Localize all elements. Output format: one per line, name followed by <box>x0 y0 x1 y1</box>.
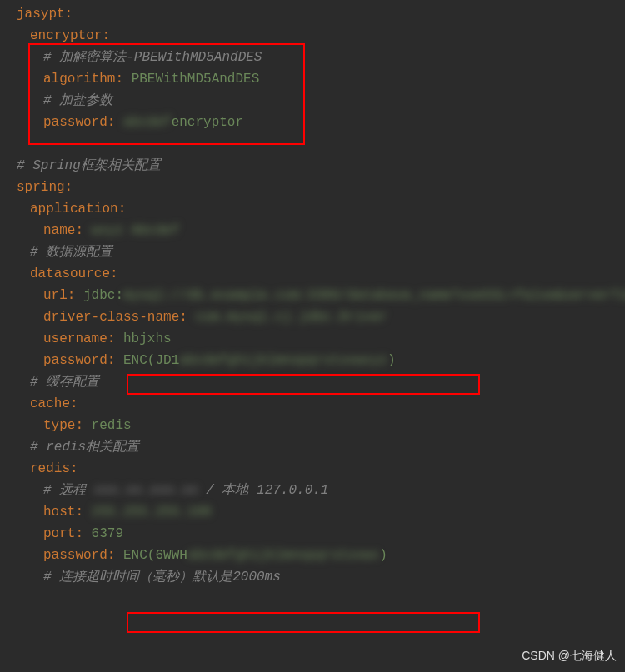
code-line: password: ENC(JD1abcdefghijklmnopqrstuvw… <box>0 350 625 371</box>
blank-line <box>0 133 625 155</box>
code-line: encryptor: <box>0 25 625 47</box>
code-editor[interactable]: jasypt: encryptor: # 加解密算法-PBEWithMD5And… <box>0 0 625 591</box>
code-line: spring: <box>0 177 625 198</box>
blurred-text: com.mysql.cj.jdbc.Driver <box>195 306 387 328</box>
yaml-key: algorithm <box>43 72 115 87</box>
yaml-comment: # 远程 <box>43 483 94 498</box>
yaml-key: spring <box>17 180 65 195</box>
code-line: url: jdbc:mysql://db.example.com:3306/da… <box>0 285 625 306</box>
enc-suffix: ) <box>379 548 388 563</box>
code-line: # 加盐参数 <box>0 90 625 112</box>
yaml-comment: # redis相关配置 <box>30 440 139 455</box>
yaml-key: redis <box>30 461 70 476</box>
code-line: cache: <box>0 393 625 415</box>
yaml-key: jasypt <box>17 7 65 22</box>
code-line: password: ENC(6WWHabcdefghijklmnopqrstuv… <box>0 545 625 566</box>
code-line: # 连接超时时间（毫秒）默认是2000ms <box>0 566 625 588</box>
blurred-text: wxyz Abcdef <box>92 220 180 241</box>
yaml-key: datasource <box>30 266 110 281</box>
yaml-key: application <box>30 202 118 217</box>
code-line: driver-class-name: com.mysql.cj.jdbc.Dri… <box>0 306 625 328</box>
code-line: datasource: <box>0 263 625 285</box>
yaml-key: driver-class-name <box>43 310 179 325</box>
code-line: redis: <box>0 458 625 480</box>
code-line: # 缓存配置 <box>0 371 625 393</box>
yaml-value: hbjxhs <box>123 331 172 346</box>
yaml-key: host <box>43 505 75 520</box>
yaml-key: cache <box>30 396 70 411</box>
code-line: password: abcdefencryptor <box>0 112 625 133</box>
code-line: jasypt: <box>0 3 625 25</box>
yaml-value: redis <box>92 418 132 433</box>
code-line: # 远程 xxx.xx.xxx.xx / 本地 127.0.0.1 <box>0 480 625 501</box>
code-line: # redis相关配置 <box>0 436 625 458</box>
code-line: name: wxyz Abcdef <box>0 220 625 241</box>
yaml-key: encryptor <box>30 28 102 43</box>
code-line: # Spring框架相关配置 <box>0 155 625 177</box>
yaml-key: port <box>43 526 75 541</box>
code-line: host: 255.255.255.100 <box>0 501 625 523</box>
yaml-key: password <box>43 353 108 368</box>
yaml-key: username <box>43 331 108 346</box>
enc-prefix: ENC(JD1 <box>123 353 179 368</box>
blurred-text: abcdefghijklmnopqrstuvwx <box>188 545 379 566</box>
yaml-key: type <box>43 418 75 433</box>
yaml-comment: # 连接超时时间（毫秒）默认是2000ms <box>43 570 281 585</box>
code-line: type: redis <box>0 415 625 436</box>
code-line: # 数据源配置 <box>0 241 625 263</box>
code-line: algorithm: PBEWithMD5AndDES <box>0 68 625 90</box>
yaml-comment: # 加盐参数 <box>43 93 112 108</box>
code-line: # 加解密算法-PBEWithMD5AndDES <box>0 47 625 68</box>
yaml-comment: # 数据源配置 <box>30 245 112 260</box>
yaml-key: url <box>43 288 68 303</box>
blurred-text: abcdef <box>123 112 172 133</box>
yaml-comment: # 缓存配置 <box>30 375 99 390</box>
yaml-value: PBEWithMD5AndDES <box>132 72 260 87</box>
yaml-value: 6379 <box>92 526 123 541</box>
yaml-key: password <box>43 548 108 563</box>
code-line: username: hbjxhs <box>0 328 625 350</box>
yaml-comment: # Spring框架相关配置 <box>17 158 161 173</box>
blurred-text: mysql://db.example.com:3306/database_nam… <box>123 285 625 306</box>
yaml-value: jdbc: <box>83 288 123 303</box>
watermark: CSDN @七海健人 <box>522 649 617 664</box>
enc-prefix: ENC(6WWH <box>123 548 188 563</box>
yaml-key: password <box>43 115 108 130</box>
code-line: application: <box>0 198 625 220</box>
blurred-text: abcdefghijklmnopqrstuvwxyz <box>179 350 388 371</box>
code-line: port: 6379 <box>0 523 625 545</box>
highlight-box <box>127 612 480 633</box>
yaml-key: name <box>43 223 75 238</box>
yaml-comment: # 加解密算法-PBEWithMD5AndDES <box>43 50 262 65</box>
yaml-comment: / 本地 127.0.0.1 <box>198 483 329 498</box>
yaml-value: encryptor <box>172 115 243 130</box>
blurred-text: 255.255.255.100 <box>92 501 212 523</box>
enc-suffix: ) <box>388 353 396 368</box>
blurred-text: xxx.xx.xxx.xx <box>94 480 198 501</box>
